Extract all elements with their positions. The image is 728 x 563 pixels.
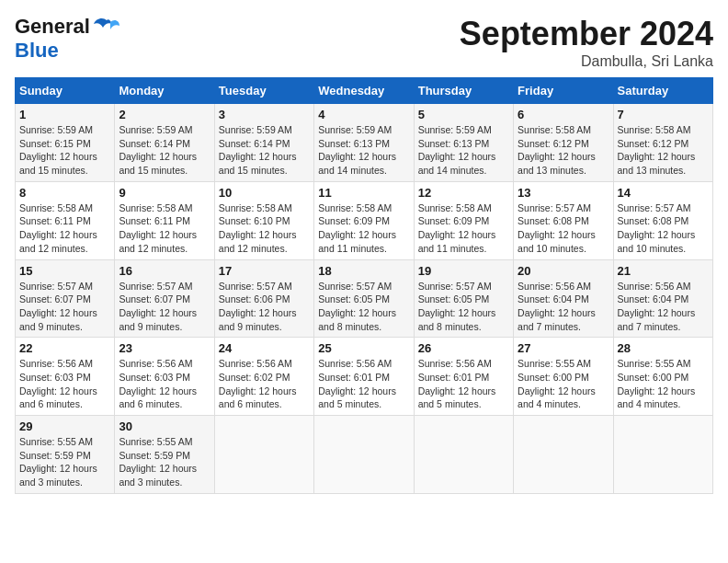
day-number: 1 — [19, 108, 110, 121]
calendar-cell: 25Sunrise: 5:56 AMSunset: 6:01 PMDayligh… — [314, 338, 414, 416]
day-number: 10 — [219, 186, 310, 200]
day-number: 17 — [219, 264, 310, 278]
calendar-cell: 22Sunrise: 5:56 AMSunset: 6:03 PMDayligh… — [16, 338, 115, 416]
day-number: 9 — [119, 186, 210, 200]
calendar-cell — [414, 416, 513, 494]
day-number: 7 — [618, 108, 709, 121]
calendar-cell: 18Sunrise: 5:57 AMSunset: 6:05 PMDayligh… — [314, 259, 414, 338]
day-number: 28 — [618, 341, 709, 355]
calendar-cell: 7Sunrise: 5:58 AMSunset: 6:12 PMDaylight… — [613, 104, 712, 182]
weekday-header-row: SundayMondayTuesdayWednesdayThursdayFrid… — [16, 78, 713, 104]
calendar-week-row: 1Sunrise: 5:59 AMSunset: 6:15 PMDaylight… — [16, 104, 713, 182]
calendar-cell: 8Sunrise: 5:58 AMSunset: 6:11 PMDaylight… — [16, 181, 115, 259]
day-number: 25 — [318, 341, 409, 355]
day-info: Sunrise: 5:59 AMSunset: 6:13 PMDaylight:… — [418, 123, 509, 178]
day-number: 20 — [518, 264, 609, 278]
calendar-cell: 17Sunrise: 5:57 AMSunset: 6:06 PMDayligh… — [214, 259, 313, 338]
calendar-cell — [314, 416, 414, 494]
calendar-cell: 16Sunrise: 5:57 AMSunset: 6:07 PMDayligh… — [115, 259, 214, 338]
day-number: 13 — [518, 186, 609, 200]
day-info: Sunrise: 5:58 AMSunset: 6:12 PMDaylight:… — [618, 123, 709, 178]
day-info: Sunrise: 5:59 AMSunset: 6:13 PMDaylight:… — [318, 123, 409, 178]
day-number: 4 — [318, 108, 409, 121]
logo-bird-icon — [94, 17, 119, 37]
day-number: 12 — [418, 186, 509, 200]
day-number: 22 — [19, 341, 110, 355]
day-number: 6 — [518, 108, 609, 121]
calendar-week-row: 29Sunrise: 5:55 AMSunset: 5:59 PMDayligh… — [16, 416, 713, 494]
calendar-cell: 3Sunrise: 5:59 AMSunset: 6:14 PMDaylight… — [214, 104, 313, 182]
day-info: Sunrise: 5:56 AMSunset: 6:03 PMDaylight:… — [19, 357, 110, 411]
day-info: Sunrise: 5:57 AMSunset: 6:05 PMDaylight:… — [418, 280, 509, 334]
day-info: Sunrise: 5:56 AMSunset: 6:02 PMDaylight:… — [219, 357, 310, 411]
calendar-cell: 23Sunrise: 5:56 AMSunset: 6:03 PMDayligh… — [115, 338, 214, 416]
calendar-cell: 26Sunrise: 5:56 AMSunset: 6:01 PMDayligh… — [414, 338, 513, 416]
title-block: September 2024 Dambulla, Sri Lanka — [460, 15, 713, 70]
day-number: 21 — [618, 264, 709, 278]
day-info: Sunrise: 5:55 AMSunset: 5:59 PMDaylight:… — [19, 435, 110, 489]
weekday-header-wednesday: Wednesday — [314, 78, 414, 104]
page-header: General Blue September 2024 Dambulla, Sr… — [15, 15, 713, 70]
day-number: 5 — [418, 108, 509, 121]
calendar-cell: 27Sunrise: 5:55 AMSunset: 6:00 PMDayligh… — [514, 338, 613, 416]
day-info: Sunrise: 5:57 AMSunset: 6:08 PMDaylight:… — [518, 201, 609, 256]
weekday-header-monday: Monday — [115, 78, 214, 104]
day-number: 29 — [19, 419, 110, 433]
calendar-cell: 30Sunrise: 5:55 AMSunset: 5:59 PMDayligh… — [115, 416, 214, 494]
day-info: Sunrise: 5:56 AMSunset: 6:04 PMDaylight:… — [518, 280, 609, 334]
day-number: 11 — [318, 186, 409, 200]
calendar-table: SundayMondayTuesdayWednesdayThursdayFrid… — [15, 77, 713, 494]
day-info: Sunrise: 5:59 AMSunset: 6:15 PMDaylight:… — [19, 123, 110, 178]
weekday-header-sunday: Sunday — [16, 78, 115, 104]
day-info: Sunrise: 5:55 AMSunset: 6:00 PMDaylight:… — [518, 357, 609, 411]
day-info: Sunrise: 5:58 AMSunset: 6:10 PMDaylight:… — [219, 201, 310, 256]
day-number: 16 — [119, 264, 210, 278]
calendar-cell: 13Sunrise: 5:57 AMSunset: 6:08 PMDayligh… — [514, 181, 613, 259]
day-number: 2 — [119, 108, 210, 121]
calendar-cell: 5Sunrise: 5:59 AMSunset: 6:13 PMDaylight… — [414, 104, 513, 182]
day-info: Sunrise: 5:58 AMSunset: 6:09 PMDaylight:… — [418, 201, 509, 256]
calendar-cell: 9Sunrise: 5:58 AMSunset: 6:11 PMDaylight… — [115, 181, 214, 259]
day-info: Sunrise: 5:57 AMSunset: 6:05 PMDaylight:… — [318, 280, 409, 334]
weekday-header-saturday: Saturday — [613, 78, 712, 104]
calendar-cell: 14Sunrise: 5:57 AMSunset: 6:08 PMDayligh… — [613, 181, 712, 259]
calendar-cell: 2Sunrise: 5:59 AMSunset: 6:14 PMDaylight… — [115, 104, 214, 182]
day-info: Sunrise: 5:57 AMSunset: 6:07 PMDaylight:… — [19, 280, 110, 334]
calendar-cell: 19Sunrise: 5:57 AMSunset: 6:05 PMDayligh… — [414, 259, 513, 338]
day-info: Sunrise: 5:59 AMSunset: 6:14 PMDaylight:… — [219, 123, 310, 178]
calendar-cell: 1Sunrise: 5:59 AMSunset: 6:15 PMDaylight… — [16, 104, 115, 182]
calendar-cell: 6Sunrise: 5:58 AMSunset: 6:12 PMDaylight… — [514, 104, 613, 182]
calendar-cell: 10Sunrise: 5:58 AMSunset: 6:10 PMDayligh… — [214, 181, 313, 259]
day-info: Sunrise: 5:59 AMSunset: 6:14 PMDaylight:… — [119, 123, 210, 178]
day-info: Sunrise: 5:56 AMSunset: 6:01 PMDaylight:… — [418, 357, 509, 411]
location: Dambulla, Sri Lanka — [460, 53, 713, 70]
day-info: Sunrise: 5:55 AMSunset: 6:00 PMDaylight:… — [618, 357, 709, 411]
calendar-cell — [214, 416, 313, 494]
day-number: 19 — [418, 264, 509, 278]
day-number: 26 — [418, 341, 509, 355]
calendar-week-row: 8Sunrise: 5:58 AMSunset: 6:11 PMDaylight… — [16, 181, 713, 259]
day-number: 8 — [19, 186, 110, 200]
day-number: 15 — [19, 264, 110, 278]
calendar-cell: 20Sunrise: 5:56 AMSunset: 6:04 PMDayligh… — [514, 259, 613, 338]
calendar-cell: 15Sunrise: 5:57 AMSunset: 6:07 PMDayligh… — [16, 259, 115, 338]
day-info: Sunrise: 5:58 AMSunset: 6:11 PMDaylight:… — [119, 201, 210, 256]
day-number: 24 — [219, 341, 310, 355]
day-number: 30 — [119, 419, 210, 433]
logo-text-general: General — [15, 15, 90, 39]
calendar-cell: 21Sunrise: 5:56 AMSunset: 6:04 PMDayligh… — [613, 259, 712, 338]
day-number: 14 — [618, 186, 709, 200]
day-info: Sunrise: 5:57 AMSunset: 6:06 PMDaylight:… — [219, 280, 310, 334]
calendar-week-row: 15Sunrise: 5:57 AMSunset: 6:07 PMDayligh… — [16, 259, 713, 338]
day-number: 18 — [318, 264, 409, 278]
day-number: 23 — [119, 341, 210, 355]
calendar-cell: 12Sunrise: 5:58 AMSunset: 6:09 PMDayligh… — [414, 181, 513, 259]
day-info: Sunrise: 5:58 AMSunset: 6:11 PMDaylight:… — [19, 201, 110, 256]
weekday-header-friday: Friday — [514, 78, 613, 104]
calendar-cell: 4Sunrise: 5:59 AMSunset: 6:13 PMDaylight… — [314, 104, 414, 182]
month-title: September 2024 — [460, 15, 713, 53]
calendar-cell: 11Sunrise: 5:58 AMSunset: 6:09 PMDayligh… — [314, 181, 414, 259]
calendar-cell: 24Sunrise: 5:56 AMSunset: 6:02 PMDayligh… — [214, 338, 313, 416]
day-info: Sunrise: 5:56 AMSunset: 6:03 PMDaylight:… — [119, 357, 210, 411]
calendar-cell — [514, 416, 613, 494]
